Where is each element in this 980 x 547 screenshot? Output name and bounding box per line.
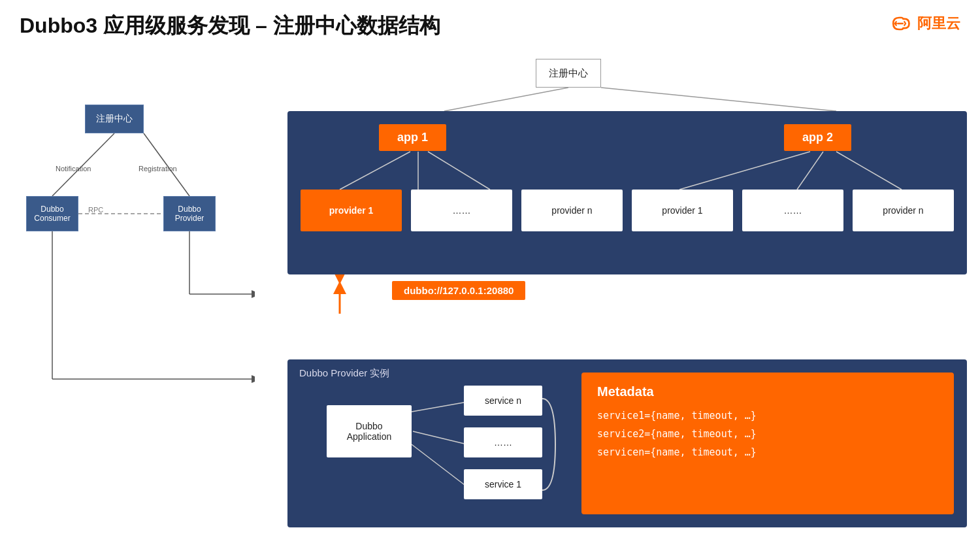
service-1-label: service 1 (485, 479, 521, 489)
svg-line-26 (797, 152, 823, 190)
bottom-panel: Dubbo Provider 实例 DubboApplication servi… (287, 359, 967, 527)
svg-line-28 (412, 402, 467, 412)
provider-row: provider 1 …… provider n provider 1 …… p… (301, 190, 954, 231)
svg-line-24 (428, 152, 490, 190)
left-registry-box: 注册中心 (85, 105, 144, 133)
svg-line-27 (836, 152, 902, 190)
service-1-box: service 1 (464, 469, 542, 499)
consumer-label: DubboConsumer (34, 205, 70, 223)
svg-marker-9 (252, 375, 255, 383)
provider-n2-box: provider n (853, 190, 954, 231)
dubbo-app-label: DubboApplication (347, 421, 392, 442)
left-diagram: 注册中心 Notification Registration RPC Dubbo… (20, 65, 255, 444)
bottom-panel-label: Dubbo Provider 实例 (299, 367, 389, 380)
provider-n2-label: provider n (883, 205, 923, 216)
metadata-line3: servicen={name, timeout, …} (597, 446, 938, 458)
provider1-white-label: provider 1 (662, 205, 702, 216)
app1-box: app 1 (379, 124, 446, 151)
registration-label: Registration (139, 165, 177, 173)
metadata-line1: service1={name, timeout, …} (597, 410, 938, 422)
provider-n1-box: provider n (521, 190, 623, 231)
left-consumer-box: DubboConsumer (26, 196, 78, 231)
top-panel: app 1 app 2 provider 1 …… provider n pro… (287, 111, 967, 274)
provider-ellipsis2-box: …… (742, 190, 843, 231)
app2-label: app 2 (802, 131, 833, 144)
provider-ellipsis2-label: …… (784, 205, 802, 216)
metadata-line2: service2={name, timeout, …} (597, 428, 938, 440)
app2-box: app 2 (784, 124, 851, 151)
registry-center-label: 注册中心 (549, 67, 588, 80)
service-ellipsis-box: …… (464, 427, 542, 457)
provider-n1-label: provider n (551, 205, 592, 216)
dubbo-app-box: DubboApplication (327, 405, 412, 457)
svg-marker-21 (333, 281, 346, 294)
notification-label: Notification (56, 165, 91, 173)
registry-center-box: 注册中心 (536, 59, 601, 88)
logo-area: 阿里云 (889, 12, 960, 35)
metadata-title: Metadata (597, 384, 938, 399)
svg-line-11 (601, 88, 836, 111)
svg-line-22 (340, 152, 410, 190)
provider-ellipsis1-box: …… (411, 190, 512, 231)
provider1-orange-box: provider 1 (301, 190, 402, 231)
provider-ellipsis1-label: …… (453, 205, 471, 216)
svg-line-29 (413, 431, 467, 444)
left-registry-label: 注册中心 (96, 113, 133, 125)
svg-line-30 (412, 444, 467, 487)
metadata-box: Metadata service1={name, timeout, …} ser… (581, 373, 954, 514)
service-boxes: service n …… service 1 (464, 386, 542, 499)
service-ellipsis-label: …… (494, 437, 512, 448)
service-n-box: service n (464, 386, 542, 416)
left-provider-box: DubboProvider (163, 196, 216, 231)
page-title: Dubbo3 应用级服务发现 – 注册中心数据结构 (20, 12, 440, 41)
provider-label: DubboProvider (175, 205, 204, 223)
svg-marker-6 (252, 290, 255, 298)
app1-label: app 1 (397, 131, 428, 144)
provider1-white-box: provider 1 (632, 190, 733, 231)
dubbo-url-area: dubbo://127.0.0.1:20880 (392, 281, 525, 300)
aliyun-logo-icon (889, 12, 912, 35)
svg-line-25 (679, 152, 810, 190)
provider1-orange-label: provider 1 (329, 205, 374, 216)
logo-text: 阿里云 (917, 14, 960, 33)
service-n-label: service n (485, 395, 521, 406)
dubbo-url-badge: dubbo://127.0.0.1:20880 (392, 281, 525, 300)
right-area: 注册中心 ap (287, 59, 967, 527)
rpc-label: RPC (88, 206, 103, 214)
svg-line-10 (444, 88, 568, 111)
